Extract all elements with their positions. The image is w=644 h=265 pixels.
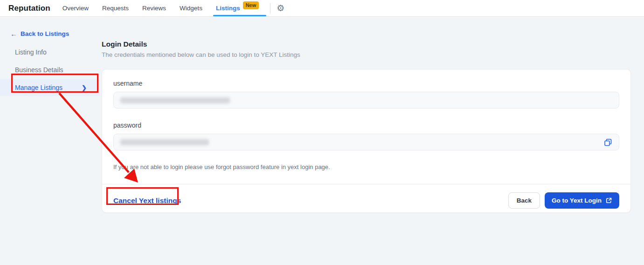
sidebar-item-label: Manage Listings xyxy=(15,84,62,91)
top-nav: Reputation Overview Requests Reviews Wid… xyxy=(0,0,644,17)
sidebar-item-business-details[interactable]: Business Details xyxy=(0,61,100,78)
back-button[interactable]: Back xyxy=(508,192,540,209)
login-note: If you are not able to login please use … xyxy=(113,163,619,170)
sidebar: Listing Info Business Details Manage Lis… xyxy=(0,44,100,97)
username-input[interactable] xyxy=(113,92,619,109)
nav-tabs: Overview Requests Reviews Widgets Listin… xyxy=(62,0,259,16)
masked-password-value xyxy=(120,139,209,145)
external-link-icon xyxy=(605,197,612,204)
back-arrow-icon: ← xyxy=(10,30,17,38)
go-to-yext-login-label: Go to Yext Login xyxy=(552,197,602,204)
tab-overview[interactable]: Overview xyxy=(62,5,89,12)
login-details-card: username password If you are not able to… xyxy=(102,69,631,213)
sidebar-item-listing-info[interactable]: Listing Info xyxy=(0,44,100,61)
section-header: Login Details The credentials mentioned … xyxy=(102,40,300,58)
password-input[interactable] xyxy=(113,134,619,150)
cancel-yext-listings-link[interactable]: Cancel Yext listings xyxy=(113,197,181,205)
page-title: Login Details xyxy=(102,40,300,48)
tab-requests[interactable]: Requests xyxy=(102,5,129,12)
header-divider xyxy=(270,3,270,14)
copy-icon[interactable] xyxy=(604,138,612,147)
page: Reputation Overview Requests Reviews Wid… xyxy=(0,0,644,265)
back-link-label: Back to Listings xyxy=(21,30,69,37)
card-footer: Cancel Yext listings Back Go to Yext Log… xyxy=(113,184,619,209)
footer-buttons: Back Go to Yext Login xyxy=(508,192,619,209)
password-label: password xyxy=(113,122,619,129)
tab-reviews[interactable]: Reviews xyxy=(142,5,166,12)
page-body: ← Back to Listings Listing Info Business… xyxy=(0,17,644,265)
chevron-right-icon: ❯ xyxy=(82,84,87,91)
gear-icon[interactable]: ⚙ xyxy=(277,4,284,13)
new-badge: New xyxy=(243,1,259,9)
tab-widgets[interactable]: Widgets xyxy=(180,5,202,12)
sidebar-item-manage-listings[interactable]: Manage Listings ❯ xyxy=(0,79,100,96)
tab-listings-label: Listings xyxy=(216,5,240,12)
masked-username-value xyxy=(120,97,230,103)
go-to-yext-login-button[interactable]: Go to Yext Login xyxy=(545,192,619,209)
page-subtitle: The credentials mentioned below can be u… xyxy=(102,51,300,58)
username-label: username xyxy=(113,80,619,87)
app-title: Reputation xyxy=(8,4,50,13)
tab-listings[interactable]: Listings New xyxy=(216,4,259,12)
back-to-listings-link[interactable]: ← Back to Listings xyxy=(10,30,69,38)
